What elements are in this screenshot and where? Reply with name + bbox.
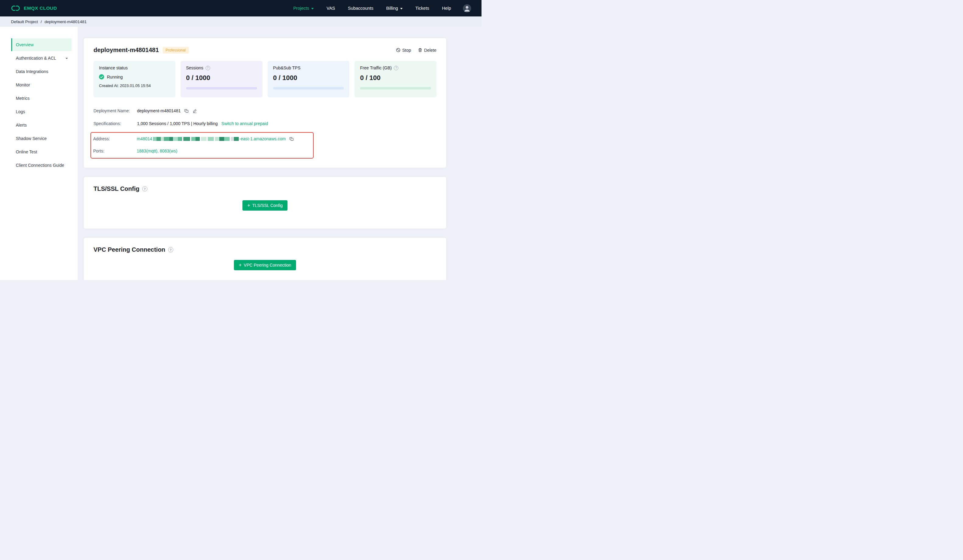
add-tls-ssl-config-button[interactable]: + TLS/SSL Config — [242, 200, 287, 210]
nav-label: Tickets — [415, 6, 429, 11]
nav-item-tickets[interactable]: Tickets — [409, 6, 436, 11]
edit-icon[interactable] — [193, 108, 197, 113]
vpc-peering-card: VPC Peering Connection ? + VPC Peering C… — [84, 238, 446, 280]
progress-bar — [273, 87, 344, 89]
stat-card-pubsub-tps: Pub&Sub TPS 0 / 1000 — [268, 61, 350, 97]
stat-label: Free Traffic (GB) ? — [360, 65, 431, 70]
sidebar-item-monitor[interactable]: Monitor — [11, 79, 71, 91]
created-at: Created At: 2023.01.05 15:54 — [99, 83, 170, 88]
brand-text: EMQX CLOUD — [24, 5, 57, 11]
check-circle-icon — [99, 74, 104, 79]
specifications-value: 1,000 Sessions / 1,000 TPS | Hourly bill… — [137, 121, 268, 126]
copy-address-icon[interactable] — [289, 137, 294, 141]
deployment-name-row: Deployment Name: deployment-m4801481 — [94, 108, 436, 114]
sidebar-item-metrics[interactable]: Metrics — [11, 92, 71, 105]
nav-item-projects[interactable]: Projects — [287, 6, 320, 11]
sidebar-item-online-test[interactable]: Online Test — [11, 146, 71, 158]
stat-value: 0 / 1000 — [273, 74, 344, 82]
deployment-header: deployment-m4801481 Professional Stop — [94, 47, 436, 53]
stat-label: Instance status — [99, 65, 170, 70]
stop-icon — [396, 48, 400, 52]
sidebar-item-label: Online Test — [16, 149, 37, 154]
annotation-highlight-box: Address: m48014 — [91, 132, 314, 159]
user-avatar[interactable] — [463, 4, 471, 13]
tls-ssl-title-row: TLS/SSL Config ? — [94, 185, 436, 193]
header-actions: Stop Delete — [396, 48, 436, 53]
chevron-down-icon — [65, 58, 68, 59]
deployment-title: deployment-m4801481 — [94, 47, 159, 53]
stat-cards: Instance status Running Created At: 2023… — [94, 61, 436, 97]
progress-bar — [186, 87, 257, 89]
help-icon[interactable]: ? — [206, 66, 210, 70]
help-icon[interactable]: ? — [142, 186, 148, 191]
nav-item-subaccounts[interactable]: Subaccounts — [341, 6, 380, 11]
stat-label: Pub&Sub TPS — [273, 65, 344, 70]
sidebar-item-data-integrations[interactable]: Data Integrations — [11, 65, 71, 78]
stat-card-free-traffic: Free Traffic (GB) ? 0 / 100 — [355, 61, 436, 97]
address-label: Address: — [93, 136, 137, 141]
top-navbar: EMQX CLOUD Projects VAS Subaccounts Bill… — [0, 0, 481, 16]
sidebar: Overview Authentication & ACL Data Integ… — [0, 27, 78, 280]
address-value: m48014 -east-1.amazonaws.com — [137, 136, 294, 141]
switch-annual-prepaid-link[interactable]: Switch to annual prepaid — [221, 121, 268, 126]
deployment-name-value: deployment-m4801481 — [137, 108, 197, 113]
nav-label: Billing — [386, 6, 398, 11]
sidebar-item-label: Data Integrations — [16, 69, 49, 74]
copy-icon[interactable] — [184, 108, 189, 113]
sidebar-item-logs[interactable]: Logs — [11, 105, 71, 118]
sidebar-item-label: Metrics — [16, 96, 29, 101]
deployment-overview-card: deployment-m4801481 Professional Stop — [84, 38, 446, 168]
sidebar-item-label: Monitor — [16, 83, 30, 87]
tls-ssl-card: TLS/SSL Config ? + TLS/SSL Config — [84, 177, 446, 228]
sidebar-item-label: Authentication & ACL — [16, 56, 56, 61]
chevron-down-icon — [400, 8, 403, 10]
button-label: TLS/SSL Config — [252, 203, 283, 208]
stat-card-sessions: Sessions ? 0 / 1000 — [181, 61, 263, 97]
progress-bar — [360, 87, 431, 89]
nav-item-billing[interactable]: Billing — [380, 6, 409, 11]
sidebar-item-authentication-acl[interactable]: Authentication & ACL — [11, 52, 71, 65]
stop-button[interactable]: Stop — [396, 48, 411, 53]
stat-value: 0 / 1000 — [186, 74, 257, 82]
breadcrumb-project[interactable]: Default Project — [11, 19, 38, 24]
sidebar-item-label: Logs — [16, 109, 25, 114]
sidebar-item-overview[interactable]: Overview — [11, 38, 71, 51]
vpc-peering-title: VPC Peering Connection — [94, 246, 165, 253]
nav-label: Projects — [293, 6, 309, 11]
chevron-down-icon — [311, 8, 314, 10]
sidebar-item-shadow-service[interactable]: Shadow Service — [11, 132, 71, 145]
nav-item-vas[interactable]: VAS — [320, 6, 341, 11]
main-content: deployment-m4801481 Professional Stop — [78, 27, 481, 280]
ports-row: Ports: 1883(mqtt), 8083(ws) — [93, 148, 313, 154]
vpc-peering-title-row: VPC Peering Connection ? — [94, 246, 436, 253]
ports-label: Ports: — [93, 149, 137, 154]
sidebar-item-label: Shadow Service — [16, 136, 47, 141]
add-vpc-peering-button[interactable]: + VPC Peering Connection — [234, 260, 296, 270]
breadcrumb: Default Project / deployment-m4801481 — [0, 16, 481, 27]
status-row: Running — [99, 74, 170, 79]
emqx-logo-icon — [10, 5, 21, 12]
sidebar-item-label: Client Connections Guide — [16, 163, 64, 168]
trash-icon — [418, 48, 422, 52]
button-label: VPC Peering Connection — [244, 263, 291, 267]
delete-button[interactable]: Delete — [418, 48, 436, 53]
status-text: Running — [107, 74, 123, 79]
ports-value: 1883(mqtt), 8083(ws) — [137, 149, 177, 154]
address-row: Address: m48014 — [93, 136, 313, 142]
emqx-brand[interactable]: EMQX CLOUD — [10, 5, 57, 12]
breadcrumb-current: deployment-m4801481 — [44, 19, 86, 24]
stat-label: Sessions ? — [186, 65, 257, 70]
help-icon[interactable]: ? — [394, 66, 398, 70]
nav-item-help[interactable]: Help — [436, 6, 457, 11]
specifications-label: Specifications: — [94, 121, 137, 126]
nav-label: Help — [442, 6, 451, 11]
nav-label: VAS — [326, 6, 335, 11]
sidebar-item-label: Alerts — [16, 123, 27, 128]
sidebar-item-alerts[interactable]: Alerts — [11, 119, 71, 131]
stat-value: 0 / 100 — [360, 74, 431, 82]
help-icon[interactable]: ? — [168, 247, 173, 252]
sidebar-item-label: Overview — [16, 42, 34, 47]
specifications-row: Specifications: 1,000 Sessions / 1,000 T… — [94, 121, 436, 126]
sidebar-item-client-connections-guide[interactable]: Client Connections Guide — [11, 159, 71, 172]
stop-label: Stop — [402, 48, 411, 53]
